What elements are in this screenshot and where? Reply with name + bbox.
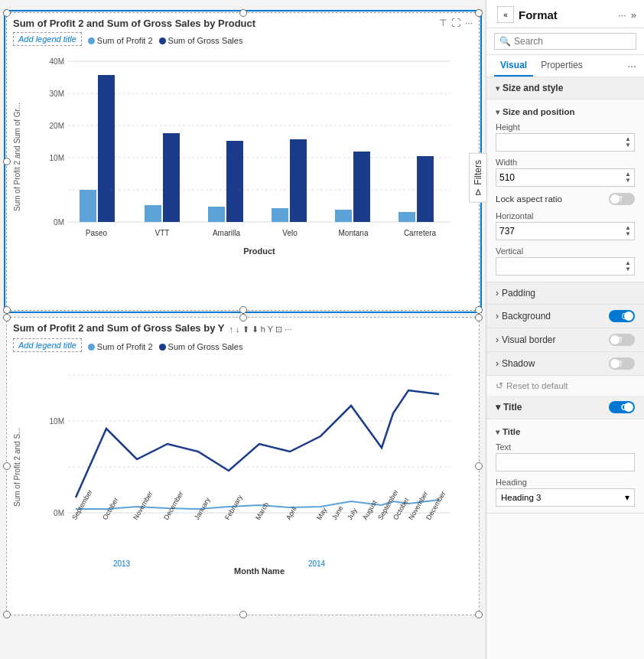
visual-border-toggle-label: Off [612, 336, 622, 344]
search-box[interactable]: 🔍 [494, 33, 636, 50]
visual-border-left: › Visual border [496, 334, 556, 345]
horizontal-down[interactable]: ▼ [625, 231, 631, 237]
background-toggle-label: On [622, 312, 632, 321]
tab-visual[interactable]: Visual [494, 55, 533, 77]
header-more-icons[interactable]: ··· » [618, 9, 636, 21]
size-position-header[interactable]: ▾ Size and position [496, 107, 635, 116]
height-spinners[interactable]: ▲ ▼ [625, 136, 631, 148]
line-resize-handle-tm[interactable] [239, 314, 247, 321]
width-label: Width [496, 158, 635, 167]
shadow-section[interactable]: › Shadow Off [486, 352, 644, 376]
search-icon: 🔍 [499, 36, 511, 47]
shadow-toggle[interactable]: Off [609, 357, 635, 370]
vertical-field-group: Vertical ▲ ▼ [496, 246, 635, 276]
line-resize-handle-rm[interactable] [475, 462, 483, 470]
legend-title[interactable]: Add legend title [18, 34, 76, 44]
collapse-button[interactable]: « [497, 6, 514, 23]
size-style-label: Size and style [503, 83, 563, 93]
vertical-input[interactable] [499, 261, 625, 272]
shadow-chevron: › [496, 358, 499, 369]
horizontal-input[interactable] [499, 226, 625, 237]
height-label: Height [496, 122, 635, 132]
legend-dot-2 [159, 38, 166, 44]
svg-rect-14 [163, 133, 180, 222]
title-sub-header[interactable]: ▾ Title [496, 427, 635, 436]
legend-dot-1 [88, 38, 95, 44]
filter-icon[interactable]: ⊤ [439, 18, 447, 28]
lock-aspect-toggle[interactable]: Off [609, 193, 635, 205]
line-resize-handle-bl[interactable] [3, 611, 11, 618]
title-sub-label: Title [503, 427, 520, 436]
resize-handle-tl[interactable] [3, 9, 11, 17]
size-style-header[interactable]: ▾ Size and style [486, 77, 644, 100]
width-spinners[interactable]: ▲ ▼ [625, 171, 631, 184]
heading-select[interactable]: Heading 3 ▾ [496, 488, 635, 507]
expand-icon[interactable]: ⛶ [451, 18, 460, 28]
line-chart-title-icons[interactable]: ↑ ↓ ⬆ ⬇ h Υ ⊡ ··· [229, 325, 291, 334]
visual-border-section[interactable]: › Visual border Off [486, 328, 644, 352]
svg-rect-15 [208, 207, 225, 222]
width-input[interactable] [499, 172, 625, 183]
more-icon[interactable]: ··· [465, 18, 473, 28]
line-resize-handle-bm[interactable] [239, 611, 247, 618]
resize-handle-tm[interactable] [239, 9, 247, 17]
svg-text:July: July [346, 507, 359, 521]
visual-border-label: Visual border [502, 334, 556, 345]
format-title: Format [519, 8, 558, 21]
filters-label: Filters [473, 160, 483, 185]
tab-more[interactable]: ··· [627, 60, 636, 72]
resize-handle-tr[interactable] [475, 9, 483, 17]
title-section-header[interactable]: ▾ Title On [486, 396, 644, 419]
title-header-left: ▾ Title [496, 402, 522, 413]
bar-chart-area: 40M 30M 20M 10M 0M [23, 54, 473, 260]
line-resize-handle-tl[interactable] [3, 314, 11, 321]
horizontal-input-wrapper[interactable]: ▲ ▼ [496, 222, 635, 240]
line-legend-title[interactable]: Add legend title [18, 341, 76, 350]
search-input[interactable] [514, 36, 631, 47]
heading-label: Heading [496, 478, 635, 487]
svg-rect-11 [80, 190, 96, 222]
svg-text:Amarilla: Amarilla [213, 229, 241, 237]
horizontal-spinners[interactable]: ▲ ▼ [625, 225, 631, 237]
vertical-down[interactable]: ▼ [625, 266, 631, 272]
height-input[interactable] [499, 137, 625, 148]
background-section[interactable]: › Background On [486, 305, 644, 328]
width-down[interactable]: ▼ [625, 178, 631, 184]
resize-handle-bl[interactable] [3, 306, 11, 314]
visual-border-toggle[interactable]: Off [609, 334, 635, 346]
title-toggle[interactable]: On [609, 401, 635, 413]
header-more-icon[interactable]: ··· [618, 9, 626, 21]
width-input-wrapper[interactable]: ▲ ▼ [496, 168, 635, 187]
height-input-wrapper[interactable]: ▲ ▼ [496, 133, 635, 152]
size-style-body: ▾ Size and position Height ▲ ▼ Width [486, 100, 644, 282]
line-chart-container[interactable]: Sum of Profit 2 and Sum of Gross Sales b… [6, 317, 480, 615]
svg-text:10M: 10M [50, 417, 64, 426]
line-resize-handle-lm[interactable] [3, 462, 11, 470]
filters-tab[interactable]: ⊳ Filters [469, 153, 487, 203]
resize-handle-br[interactable] [475, 306, 483, 314]
vertical-spinners[interactable]: ▲ ▼ [625, 260, 631, 272]
line-resize-handle-tr[interactable] [475, 314, 483, 321]
line-resize-handle-br[interactable] [475, 611, 483, 618]
vertical-label: Vertical [496, 246, 635, 256]
bar-chart-icons[interactable]: ⊤ ⛶ ··· [439, 18, 473, 28]
bar-chart-container[interactable]: Sum of Profit 2 and Sum of Gross Sales b… [6, 12, 480, 311]
svg-text:2013: 2013 [113, 559, 131, 568]
title-text-input-wrapper[interactable] [496, 453, 635, 471]
header-expand-icon[interactable]: » [631, 9, 636, 21]
size-pos-chevron: ▾ [496, 108, 499, 116]
resize-handle-lm[interactable] [3, 158, 11, 165]
background-toggle[interactable]: On [609, 310, 635, 322]
lock-aspect-row: Lock aspect ratio Off [496, 193, 635, 205]
svg-rect-18 [290, 139, 307, 222]
svg-text:30M: 30M [50, 90, 64, 98]
svg-text:November: November [132, 490, 154, 521]
svg-text:10M: 10M [50, 154, 64, 162]
padding-section[interactable]: › Padding [486, 282, 644, 305]
vertical-input-wrapper[interactable]: ▲ ▼ [496, 257, 635, 276]
resize-handle-bm[interactable] [239, 306, 247, 314]
height-down[interactable]: ▼ [625, 142, 631, 148]
title-text-input[interactable] [499, 457, 631, 468]
tab-properties[interactable]: Properties [535, 55, 589, 77]
size-style-section: ▾ Size and style ▾ Size and position Hei… [486, 77, 644, 282]
